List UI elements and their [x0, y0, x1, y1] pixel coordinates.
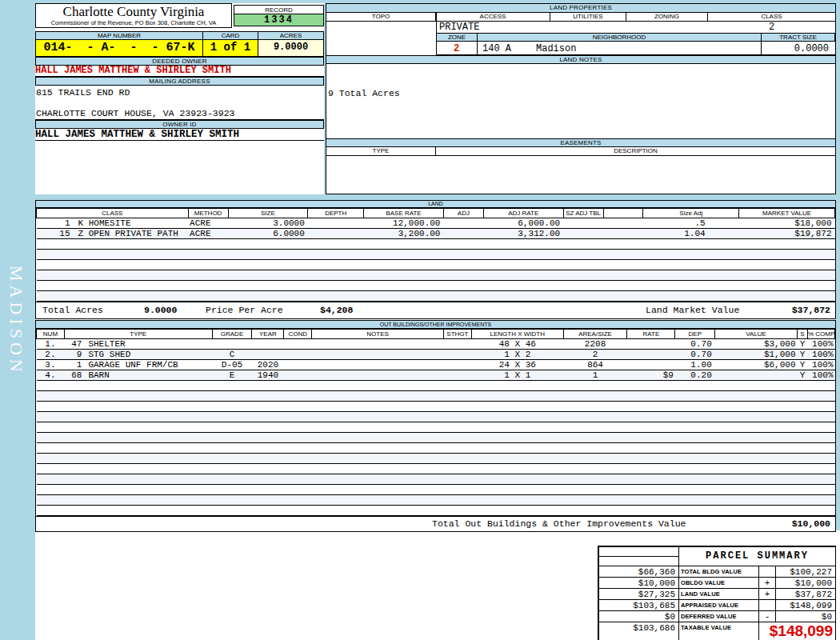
outbuildings-total-row: Total Out Buildings & Other Improvements…: [36, 516, 835, 531]
land-h-adj: ADJ: [443, 209, 483, 218]
land-value-label: LAND VALUE: [679, 589, 758, 599]
empty-outbuilding-row: [37, 474, 835, 485]
land-header-row: CLASS METHOD SIZE DEPTH BASE RATE ADJ AD…: [37, 209, 835, 218]
size-cell: 3.0000: [228, 218, 308, 229]
owner-id-value: HALL JAMES MATTHEW & SHIRLEY SMITH: [35, 129, 324, 141]
outbuildings-section-label: OUT BUILDINGS/OTHER IMPROVEMENTS: [36, 321, 835, 329]
ob-h-cond: COND: [284, 330, 312, 339]
map-number-value: 014- - A- - - 67-K: [35, 40, 202, 57]
outbuildings-total-label: Total Out Buildings & Other Improvements…: [432, 517, 686, 531]
land-h-marketvalue: MARKET VALUE: [739, 209, 835, 218]
outbuilding-row: 4. 68BARN E 1940 1 X 1 1 $9 0.20 Y 100%: [37, 370, 835, 381]
deferred-op: -: [759, 611, 775, 622]
empty-outbuilding-row: [37, 433, 835, 443]
land-value-left: $27,325: [599, 589, 678, 599]
s-cell: Y: [798, 350, 808, 360]
obldg-label: OBLDG VALUE: [679, 578, 758, 588]
total-acres-label: Total Acres: [42, 302, 103, 318]
base-rate-cell: 12,000.00: [364, 218, 444, 229]
empty-outbuilding-row: [37, 443, 835, 454]
appraised-value: $148,099: [776, 600, 835, 610]
empty-cell: [37, 250, 835, 260]
sthgt-cell: [443, 350, 471, 360]
num-cell: 2.: [37, 350, 65, 360]
adj-cell: [443, 218, 483, 229]
land-table-section: LAND CLASS METHOD SIZE DEPTH BASE RATE A…: [35, 200, 836, 319]
s-cell: Y: [798, 360, 808, 370]
ob-h-value: VALUE: [715, 330, 798, 339]
length-width-cell: 1 X 1: [471, 370, 563, 381]
num-cell: 1.: [37, 339, 65, 350]
appraised-left: $103,685: [599, 600, 678, 610]
empty-cell: [37, 291, 835, 302]
empty-cell: [37, 474, 835, 485]
year-cell: 2020: [252, 360, 284, 370]
taxable-label: TAXABLE VALUE: [679, 622, 758, 640]
sz-adj-tbl-cell: [563, 229, 603, 239]
empty-cell: [37, 391, 835, 402]
comp-cell: 100%: [807, 339, 834, 350]
empty-outbuilding-row: [37, 454, 835, 464]
deferred-value: $0: [776, 611, 835, 622]
grade-cell: [212, 339, 252, 350]
summary-spacer-cell: [599, 547, 678, 556]
land-totals-row: Total Acres 9.0000 Price Per Acre $4,208…: [36, 302, 835, 318]
parcel-summary-title: PARCEL SUMMARY: [679, 547, 835, 566]
year-cell: [252, 339, 284, 350]
land-h-szadjtbl: SZ ADJ TBL: [563, 209, 603, 218]
blank-cell: [603, 229, 643, 239]
area-cell: 2208: [563, 339, 627, 350]
obldg-op: +: [759, 578, 775, 588]
card-value: 1 of 1: [202, 40, 258, 57]
ob-h-num: NUM: [37, 330, 65, 339]
area-cell: 2: [563, 350, 627, 360]
land-h-blank: [603, 209, 643, 218]
total-bldg-left: $66,360: [599, 566, 678, 577]
land-market-value-label: Land Market Value: [646, 302, 739, 318]
empty-outbuilding-row: [37, 422, 835, 433]
record-value: 1334: [234, 14, 324, 26]
empty-cell: [37, 506, 835, 516]
depth-cell: [308, 218, 364, 229]
address-line-2: CHARLOTTE COURT HOUSE, VA 23923-3923: [36, 108, 234, 118]
page-title: Charlotte County Virginia: [36, 4, 231, 19]
size-cell: 6.0000: [228, 229, 308, 239]
empty-outbuilding-row: [37, 412, 835, 422]
access-label: ACCESS: [436, 13, 550, 22]
empty-cell: [37, 281, 835, 291]
record-label: RECORD: [234, 5, 324, 14]
class-cell: 15Z OPEN PRIVATE PATH: [37, 229, 189, 239]
comp-cell: 100%: [807, 360, 834, 370]
length-width-cell: 1 X 2: [471, 350, 563, 360]
land-h-size: SIZE: [228, 209, 308, 218]
empty-land-row: [37, 270, 835, 281]
easements-headers: TYPE DESCRIPTION: [326, 147, 835, 156]
type-code: 1: [66, 360, 82, 370]
tract-size-value: 0.0000: [794, 43, 829, 54]
rate-cell: $9: [627, 370, 675, 381]
tract-divider: [761, 42, 762, 54]
empty-cell: [37, 402, 835, 412]
owner-card: Charlotte County Virginia Commissioner o…: [35, 3, 324, 194]
rate-cell: [627, 339, 675, 350]
topo-label: TOPO: [326, 13, 436, 22]
land-h-depth: DEPTH: [308, 209, 364, 218]
cond-cell: [284, 370, 312, 381]
size-adj-cell: 1.04: [643, 229, 739, 239]
outbuildings-table: NUM TYPE GRADE YEAR COND NOTES STHGT LEN…: [36, 329, 835, 516]
empty-cell: [37, 464, 835, 474]
ob-h-grade: GRADE: [212, 330, 252, 339]
zone-value: 2: [436, 43, 477, 54]
empty-cell: [37, 454, 835, 464]
class-cell: 1K HOMESITE: [37, 218, 189, 229]
land-properties-section-label: LAND PROPERTIES: [326, 4, 835, 13]
num-cell: 3.: [37, 360, 65, 370]
outbuildings-total-value: $10,000: [792, 517, 830, 531]
total-bldg-value: $100,227: [776, 566, 835, 577]
empty-outbuilding-row: [37, 506, 835, 516]
neighborhood-code: 140 A: [482, 43, 511, 54]
zone-row-headers: ZONE NEIGHBORHOOD TRACT SIZE: [436, 33, 835, 42]
ob-h-year: YEAR: [252, 330, 284, 339]
land-value-op: +: [759, 589, 775, 599]
year-cell: [252, 350, 284, 360]
